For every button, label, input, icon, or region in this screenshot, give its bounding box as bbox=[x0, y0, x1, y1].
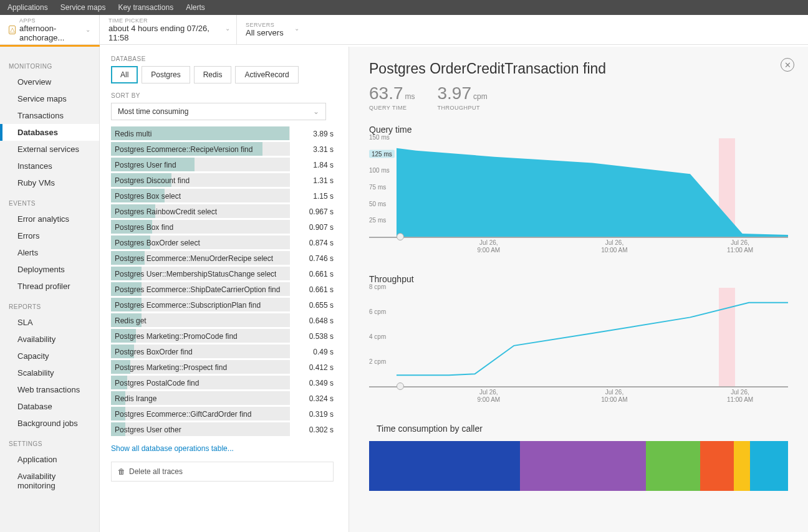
servers-value: All servers bbox=[246, 28, 297, 37]
side-item-databases[interactable]: Databases bbox=[0, 124, 99, 141]
query-row[interactable]: Postgres Marketing::Prospect find0.412 s bbox=[111, 360, 334, 376]
app-name: afternoon-anchorage... bbox=[19, 24, 82, 42]
xtick: Jul 26,11:00 AM bbox=[727, 239, 753, 254]
chevron-down-icon: ⌄ bbox=[225, 25, 230, 32]
side-item-availability[interactable]: Availability bbox=[0, 331, 99, 348]
side-item-external-services[interactable]: External services bbox=[0, 141, 99, 158]
query-row[interactable]: Postgres User other0.302 s bbox=[111, 422, 334, 438]
query-row[interactable]: Postgres Ecommerce::ShipDateCarrierOptio… bbox=[111, 282, 334, 298]
query-name: Postgres Box select bbox=[115, 189, 181, 204]
time-label: TIME PICKER bbox=[108, 17, 228, 24]
query-row[interactable]: Postgres Ecommerce::RecipeVersion find3.… bbox=[111, 142, 334, 158]
sortby-label: SORT BY bbox=[111, 92, 337, 99]
side-item-errors[interactable]: Errors bbox=[0, 227, 99, 244]
side-item-web-transactions[interactable]: Web transactions bbox=[0, 381, 99, 398]
query-row[interactable]: Postgres User find1.84 s bbox=[111, 158, 334, 173]
area-series bbox=[397, 148, 788, 237]
side-item-instances[interactable]: Instances bbox=[0, 158, 99, 174]
xtick: Jul 26,9:00 AM bbox=[477, 389, 500, 404]
side-item-database[interactable]: Database bbox=[0, 398, 99, 415]
caller-segment[interactable] bbox=[734, 441, 751, 491]
chevron-down-icon: ⌄ bbox=[85, 26, 90, 33]
ytick: 4 cpm bbox=[369, 333, 386, 340]
sortby-select[interactable]: Most time consuming ⌄ bbox=[111, 103, 326, 120]
chevron-down-icon: ⌄ bbox=[294, 25, 299, 32]
side-item-sla[interactable]: SLA bbox=[0, 314, 99, 331]
side-item-availability-monitoring[interactable]: Availability monitoring bbox=[0, 468, 99, 494]
query-name: Redis get bbox=[115, 313, 147, 329]
query-row[interactable]: Postgres Ecommerce::GiftCardOrder find0.… bbox=[111, 407, 334, 422]
filter-postgres[interactable]: Postgres bbox=[142, 66, 190, 83]
query-time: 0.907 s bbox=[293, 220, 334, 235]
caller-segment[interactable] bbox=[520, 441, 646, 491]
side-group-monitoring: MONITORING bbox=[0, 59, 99, 74]
topnav-service-maps[interactable]: Service maps bbox=[60, 3, 106, 12]
xtick: Jul 26,10:00 AM bbox=[601, 239, 627, 254]
topnav-key-transactions[interactable]: Key transactions bbox=[118, 3, 173, 12]
ytick: 50 ms bbox=[369, 200, 386, 207]
query-row[interactable]: Postgres User::MembershipStatusChange se… bbox=[111, 267, 334, 282]
filter-all[interactable]: All bbox=[111, 66, 138, 83]
query-row[interactable]: Postgres Box find0.907 s bbox=[111, 220, 334, 235]
side-item-scalability[interactable]: Scalability bbox=[0, 364, 99, 381]
server-picker[interactable]: SERVERS All servers ⌄ bbox=[237, 15, 305, 44]
app-picker[interactable]: △ APPS afternoon-anchorage... ⌄ bbox=[0, 15, 100, 44]
query-name: Postgres BoxOrder find bbox=[115, 344, 193, 360]
chart-throughput: 8 cpm6 cpm4 cpm2 cpm Jul 26,9:00 AMJul 2… bbox=[369, 288, 788, 405]
filter-activerecord[interactable]: ActiveRecord bbox=[235, 66, 298, 83]
chevron-down-icon: ⌄ bbox=[313, 107, 319, 116]
ytick: 6 cpm bbox=[369, 308, 386, 315]
query-time: 1.15 s bbox=[293, 189, 334, 204]
xtick: Jul 26,11:00 AM bbox=[727, 389, 753, 404]
time-picker[interactable]: TIME PICKER about 4 hours ending 07/26, … bbox=[100, 15, 237, 44]
query-time: 0.746 s bbox=[293, 251, 334, 267]
query-time-metric: 63.7ms QUERY TIME bbox=[369, 83, 415, 111]
topnav-alerts[interactable]: Alerts bbox=[186, 3, 205, 12]
query-name: Redis multi bbox=[115, 126, 152, 142]
side-item-service-maps[interactable]: Service maps bbox=[0, 90, 99, 107]
side-item-transactions[interactable]: Transactions bbox=[0, 107, 99, 124]
query-name: Postgres Ecommerce::SubscriptionPlan fin… bbox=[115, 298, 261, 313]
query-row[interactable]: Postgres Discount find1.31 s bbox=[111, 173, 334, 189]
query-time: 0.874 s bbox=[293, 235, 334, 251]
context-bar: △ APPS afternoon-anchorage... ⌄ TIME PIC… bbox=[0, 15, 808, 45]
ytick: 150 ms bbox=[369, 134, 390, 141]
query-row[interactable]: Postgres RainbowCredit select0.967 s bbox=[111, 204, 334, 220]
caller-segment[interactable] bbox=[646, 441, 700, 491]
query-row[interactable]: Postgres Ecommerce::SubscriptionPlan fin… bbox=[111, 298, 334, 313]
side-item-alerts[interactable]: Alerts bbox=[0, 244, 99, 261]
close-button[interactable]: ✕ bbox=[781, 58, 794, 72]
side-item-thread-profiler[interactable]: Thread profiler bbox=[0, 278, 99, 295]
trash-icon: 🗑 bbox=[118, 467, 125, 476]
side-item-error-analytics[interactable]: Error analytics bbox=[0, 211, 99, 227]
query-row[interactable]: Postgres PostalCode find0.349 s bbox=[111, 376, 334, 391]
query-row[interactable]: Postgres BoxOrder find0.49 s bbox=[111, 344, 334, 360]
query-row[interactable]: Postgres Box select1.15 s bbox=[111, 189, 334, 204]
side-item-overview[interactable]: Overview bbox=[0, 74, 99, 90]
caller-segment[interactable] bbox=[750, 441, 787, 491]
query-row[interactable]: Postgres Marketing::PromoCode find0.538 … bbox=[111, 329, 334, 344]
query-row[interactable]: Redis multi3.89 s bbox=[111, 126, 334, 142]
delete-traces-button[interactable]: 🗑 Delete all traces bbox=[111, 462, 334, 482]
side-item-deployments[interactable]: Deployments bbox=[0, 261, 99, 278]
query-time: 0.661 s bbox=[293, 267, 334, 282]
caller-segment[interactable] bbox=[369, 441, 520, 491]
filter-redis[interactable]: Redis bbox=[194, 66, 232, 83]
query-time: 0.412 s bbox=[293, 360, 334, 376]
show-all-link[interactable]: Show all database operations table... bbox=[111, 444, 337, 453]
side-item-background-jobs[interactable]: Background jobs bbox=[0, 415, 99, 432]
side-item-application[interactable]: Application bbox=[0, 451, 99, 468]
side-item-ruby-vms[interactable]: Ruby VMs bbox=[0, 174, 99, 191]
throughput-value: 3.97 bbox=[438, 83, 472, 103]
query-row[interactable]: Redis get0.648 s bbox=[111, 313, 334, 329]
query-row[interactable]: Postgres BoxOrder select0.874 s bbox=[111, 235, 334, 251]
query-row[interactable]: Redis lrange0.324 s bbox=[111, 391, 334, 407]
caller-segment[interactable] bbox=[700, 441, 734, 491]
query-row[interactable]: Postgres Ecommerce::MenuOrderRecipe sele… bbox=[111, 251, 334, 267]
query-time: 3.31 s bbox=[293, 142, 334, 158]
topnav-applications[interactable]: Applications bbox=[7, 3, 48, 12]
side-group-events: EVENTS bbox=[0, 196, 99, 211]
top-nav: ApplicationsService mapsKey transactions… bbox=[0, 0, 808, 15]
side-item-capacity[interactable]: Capacity bbox=[0, 348, 99, 364]
database-section-label: DATABASE bbox=[111, 55, 337, 62]
